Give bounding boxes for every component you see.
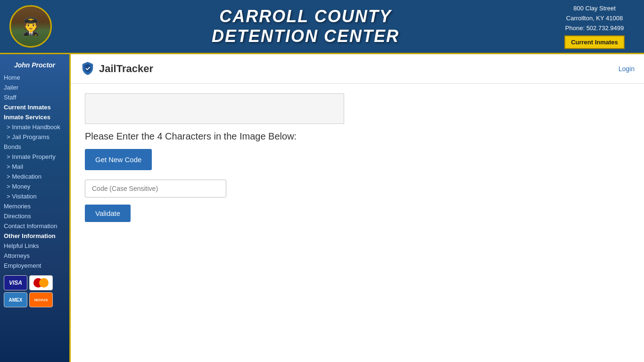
address-line2: Carrollton, KY 41008 xyxy=(550,14,639,24)
sidebar-item-inmate-property[interactable]: > Inmate Property xyxy=(0,152,69,162)
sheriff-avatar: 🧑‍✈️ xyxy=(9,5,52,48)
payment-icons: VISA AMEX NOVUS xyxy=(0,271,69,312)
header-title-line2: DETENTION CENTER xyxy=(61,26,550,46)
sidebar-item-inmate-services[interactable]: Inmate Services xyxy=(0,112,69,122)
sidebar: John Proctor Home Jailer Staff Current I… xyxy=(0,54,71,362)
header-center: CARROLL COUNTY DETENTION CENTER xyxy=(61,7,550,46)
body-container: John Proctor Home Jailer Staff Current I… xyxy=(0,54,644,362)
sidebar-item-visitation[interactable]: > Visitation xyxy=(0,191,69,201)
jailtracker-logo: JailTracker xyxy=(80,61,153,76)
captcha-area: Please Enter the 4 Characters in the Ima… xyxy=(71,84,644,231)
jailtracker-text-plain: Jail xyxy=(99,63,116,74)
main-content: JailTracker Login Please Enter the 4 Cha… xyxy=(71,54,644,362)
sidebar-item-inmate-handbook[interactable]: > Inmate Handbook xyxy=(0,122,69,132)
jailtracker-header: JailTracker Login xyxy=(71,54,644,84)
address-line1: 800 Clay Street xyxy=(550,4,639,14)
captcha-code-input[interactable] xyxy=(85,180,226,197)
sidebar-item-attorneys[interactable]: Attorneys xyxy=(0,251,69,261)
login-link[interactable]: Login xyxy=(619,65,635,73)
get-new-code-button[interactable]: Get New Code xyxy=(85,149,152,170)
sidebar-item-employement[interactable]: Employement xyxy=(0,261,69,271)
sidebar-item-memories[interactable]: Memories xyxy=(0,201,69,211)
header-left: 🧑‍✈️ xyxy=(0,5,61,48)
sheriff-photo: 🧑‍✈️ xyxy=(11,5,50,48)
sidebar-item-contact-information[interactable]: Contact Information xyxy=(0,221,69,231)
header-title-line1: CARROLL COUNTY xyxy=(61,7,550,26)
amex-icon: AMEX xyxy=(4,292,27,307)
sidebar-item-money[interactable]: > Money xyxy=(0,181,69,191)
captcha-image xyxy=(85,93,344,124)
sidebar-item-other-information[interactable]: Other Information xyxy=(0,231,69,241)
jailtracker-text-bold: Tracker xyxy=(116,63,153,74)
site-header: 🧑‍✈️ CARROLL COUNTY DETENTION CENTER 800… xyxy=(0,0,644,54)
sidebar-item-medication[interactable]: > Medication xyxy=(0,172,69,181)
visa-icon: VISA xyxy=(4,275,27,290)
sidebar-item-current-inmates[interactable]: Current Inmates xyxy=(0,102,69,112)
sidebar-item-jail-programs[interactable]: > Jail Programs xyxy=(0,132,69,142)
jailtracker-logo-text: JailTracker xyxy=(99,63,153,75)
sidebar-item-staff[interactable]: Staff xyxy=(0,92,69,102)
jailtracker-shield-icon xyxy=(80,61,95,76)
sidebar-item-directions[interactable]: Directions xyxy=(0,211,69,221)
phone-number: Phone: 502.732.9499 xyxy=(550,24,639,33)
sidebar-item-home[interactable]: Home xyxy=(0,73,69,82)
mastercard-icon xyxy=(29,275,53,290)
header-right: 800 Clay Street Carrollton, KY 41008 Pho… xyxy=(550,4,644,49)
validate-button[interactable]: Validate xyxy=(85,205,131,222)
sheriff-name: John Proctor xyxy=(0,59,69,73)
sidebar-item-bonds[interactable]: Bonds xyxy=(0,142,69,152)
sidebar-item-mail[interactable]: > Mail xyxy=(0,162,69,172)
sidebar-item-helpful-links[interactable]: Helpful Links xyxy=(0,241,69,251)
sidebar-item-jailer[interactable]: Jailer xyxy=(0,82,69,92)
discover-icon: NOVUS xyxy=(29,292,53,307)
captcha-prompt: Please Enter the 4 Characters in the Ima… xyxy=(85,131,630,142)
header-address: 800 Clay Street Carrollton, KY 41008 Pho… xyxy=(550,4,639,33)
current-inmates-button[interactable]: Current Inmates xyxy=(564,35,625,49)
